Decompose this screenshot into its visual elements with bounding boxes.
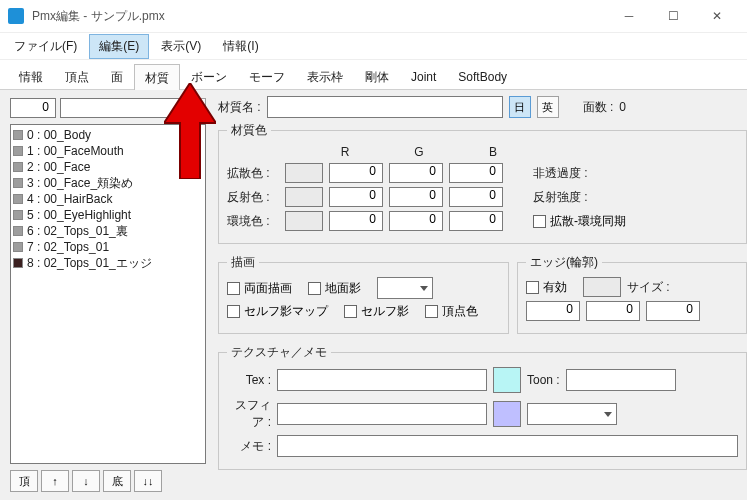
material-name-input[interactable] <box>267 96 503 118</box>
material-name-filter[interactable] <box>60 98 182 118</box>
tab-softbody[interactable]: SoftBody <box>447 64 518 89</box>
tab-info[interactable]: 情報 <box>8 63 54 91</box>
texture-group: テクスチャ／メモ Tex : Toon : スフィア : メモ : <box>218 344 747 470</box>
list-item[interactable]: 1 : 00_FaceMouth <box>13 143 203 159</box>
toon-input[interactable] <box>566 369 676 391</box>
diffuse-r[interactable]: 0 <box>329 163 383 183</box>
specular-g[interactable]: 0 <box>389 187 443 207</box>
ambient-r[interactable]: 0 <box>329 211 383 231</box>
edge-r[interactable]: 0 <box>526 301 580 321</box>
list-item-label: 7 : 02_Tops_01 <box>27 240 109 254</box>
sync-checkbox[interactable]: 拡散-環境同期 <box>533 213 626 230</box>
list-item-label: 0 : 00_Body <box>27 128 91 142</box>
sphere-label: スフィア : <box>227 397 271 431</box>
tab-joint[interactable]: Joint <box>400 64 447 89</box>
edge-size-label: サイズ : <box>627 279 670 296</box>
list-item-label: 4 : 00_HairBack <box>27 192 112 206</box>
tabbar: 情報 頂点 面 材質 ボーン モーフ 表示枠 剛体 Joint SoftBody <box>0 60 747 90</box>
edge-g[interactable]: 0 <box>586 301 640 321</box>
toon-label: Toon : <box>527 373 560 387</box>
list-item[interactable]: 2 : 00_Face <box>13 159 203 175</box>
sphere-preview-swatch[interactable] <box>493 401 521 427</box>
material-index-input[interactable]: 0 <box>10 98 56 118</box>
list-up-button[interactable]: ↑ <box>41 470 69 492</box>
menu-edit[interactable]: 編集(E) <box>89 34 149 59</box>
tab-rigid[interactable]: 剛体 <box>354 63 400 91</box>
titlebar: Pmx編集 - サンプル.pmx ─ ☐ ✕ <box>0 0 747 32</box>
list-item[interactable]: 8 : 02_Tops_01_エッジ <box>13 255 203 271</box>
material-properties: 材質名 : 日 英 面数 : 0 材質色 R G B 拡散色 : 0 0 0 非… <box>212 90 747 500</box>
material-swatch-icon <box>13 162 23 172</box>
ambient-g[interactable]: 0 <box>389 211 443 231</box>
lang-jp-button[interactable]: 日 <box>509 96 531 118</box>
sphere-input[interactable] <box>277 403 487 425</box>
tex-input[interactable] <box>277 369 487 391</box>
vertexcolor-label: 頂点色 <box>442 303 478 320</box>
double-sided-checkbox[interactable]: 両面描画 <box>227 280 292 297</box>
list-item-label: 5 : 00_EyeHighlight <box>27 208 131 222</box>
tab-face[interactable]: 面 <box>100 63 134 91</box>
vertexcolor-checkbox[interactable]: 頂点色 <box>425 303 478 320</box>
list-dup-button[interactable]: ↓↓ <box>134 470 162 492</box>
tab-material[interactable]: 材質 <box>134 64 180 92</box>
list-bottom-button[interactable]: 底 <box>103 470 131 492</box>
minimize-button[interactable]: ─ <box>607 2 651 30</box>
list-top-button[interactable]: 頂 <box>10 470 38 492</box>
diffuse-b[interactable]: 0 <box>449 163 503 183</box>
edge-enable-label: 有効 <box>543 279 567 296</box>
menu-file[interactable]: ファイル(F) <box>4 34 87 59</box>
specular-swatch[interactable] <box>285 187 323 207</box>
material-list-panel: 0 含 0 : 00_Body1 : 00_FaceMouth2 : 00_Fa… <box>0 90 212 500</box>
main-area: 0 含 0 : 00_Body1 : 00_FaceMouth2 : 00_Fa… <box>0 90 747 500</box>
include-button[interactable]: 含 <box>186 98 206 118</box>
selfmap-checkbox[interactable]: セルフ影マップ <box>227 303 328 320</box>
face-count-value: 0 <box>619 100 626 114</box>
list-item-label: 3 : 00_Face_頬染め <box>27 175 133 192</box>
list-down-button[interactable]: ↓ <box>72 470 100 492</box>
list-item-label: 1 : 00_FaceMouth <box>27 144 124 158</box>
list-item[interactable]: 3 : 00_Face_頬染め <box>13 175 203 191</box>
ambient-swatch[interactable] <box>285 211 323 231</box>
maximize-button[interactable]: ☐ <box>651 2 695 30</box>
menu-view[interactable]: 表示(V) <box>151 34 211 59</box>
ground-shadow-label: 地面影 <box>325 280 361 297</box>
lang-en-button[interactable]: 英 <box>537 96 559 118</box>
close-button[interactable]: ✕ <box>695 2 739 30</box>
list-item[interactable]: 5 : 00_EyeHighlight <box>13 207 203 223</box>
specular-b[interactable]: 0 <box>449 187 503 207</box>
material-swatch-icon <box>13 178 23 188</box>
specular-r[interactable]: 0 <box>329 187 383 207</box>
list-item[interactable]: 6 : 02_Tops_01_裏 <box>13 223 203 239</box>
diffuse-g[interactable]: 0 <box>389 163 443 183</box>
material-listbox[interactable]: 0 : 00_Body1 : 00_FaceMouth2 : 00_Face3 … <box>10 124 206 464</box>
tab-morph[interactable]: モーフ <box>238 63 296 91</box>
tex-preview-swatch[interactable] <box>493 367 521 393</box>
tab-vertex[interactable]: 頂点 <box>54 63 100 91</box>
edge-b[interactable]: 0 <box>646 301 700 321</box>
memo-label: メモ : <box>227 438 271 455</box>
selfshadow-label: セルフ影 <box>361 303 409 320</box>
draw-mode-combo[interactable] <box>377 277 433 299</box>
material-name-label: 材質名 : <box>218 99 261 116</box>
diffuse-swatch[interactable] <box>285 163 323 183</box>
selfshadow-checkbox[interactable]: セルフ影 <box>344 303 409 320</box>
tab-frame[interactable]: 表示枠 <box>296 63 354 91</box>
edge-swatch[interactable] <box>583 277 621 297</box>
app-icon <box>8 8 24 24</box>
col-b-header: B <box>471 145 515 159</box>
alpha-label: 非透過度 : <box>533 165 588 182</box>
menu-info[interactable]: 情報(I) <box>213 34 268 59</box>
list-item[interactable]: 7 : 02_Tops_01 <box>13 239 203 255</box>
tab-bone[interactable]: ボーン <box>180 63 238 91</box>
edge-enable-checkbox[interactable]: 有効 <box>526 279 567 296</box>
sphere-mode-combo[interactable] <box>527 403 617 425</box>
material-swatch-icon <box>13 130 23 140</box>
material-swatch-icon <box>13 242 23 252</box>
memo-input[interactable] <box>277 435 738 457</box>
list-item[interactable]: 4 : 00_HairBack <box>13 191 203 207</box>
ground-shadow-checkbox[interactable]: 地面影 <box>308 280 361 297</box>
col-g-header: G <box>397 145 441 159</box>
texture-group-title: テクスチャ／メモ <box>227 344 331 361</box>
list-item[interactable]: 0 : 00_Body <box>13 127 203 143</box>
ambient-b[interactable]: 0 <box>449 211 503 231</box>
